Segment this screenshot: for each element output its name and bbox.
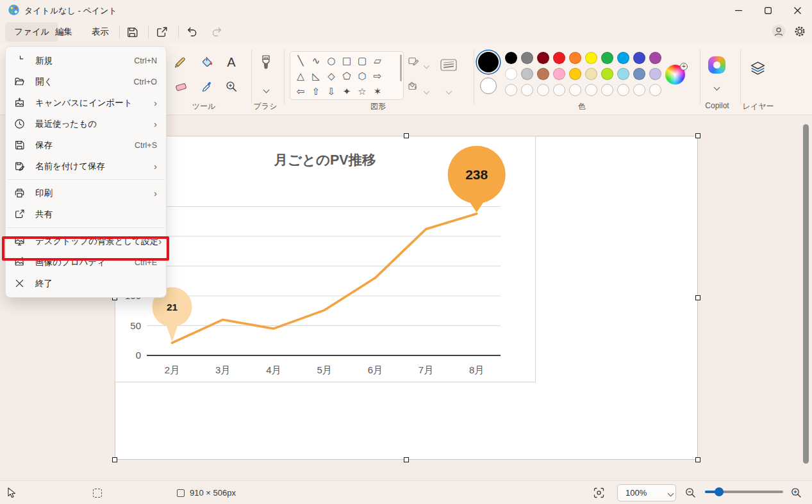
shape-rectangle[interactable]: □: [339, 53, 354, 69]
palette-empty-slot[interactable]: [553, 84, 565, 96]
palette-color-#99d9ea[interactable]: [617, 68, 629, 80]
eraser-tool-icon[interactable]: [172, 77, 191, 96]
brush-tool-icon[interactable]: [256, 53, 276, 78]
text-tool-icon[interactable]: A: [222, 53, 241, 72]
palette-color-#880015[interactable]: [537, 52, 549, 64]
palette-color-#efe4b0[interactable]: [585, 68, 597, 80]
shape-lightning[interactable]: ↯: [354, 99, 370, 100]
shape-right-triangle[interactable]: ◺: [308, 69, 324, 84]
magnifier-tool-icon[interactable]: [222, 77, 241, 96]
shapes-gallery[interactable]: ╲∿○□▢▱△◺◇⬠⬡⇨⇦⇧⇩✦☆✶▭⬭☁♡↯: [290, 51, 404, 100]
shape-arrow-down[interactable]: ⇩: [324, 84, 339, 99]
palette-color-#00a2e8[interactable]: [617, 52, 629, 64]
palette-empty-slot[interactable]: [617, 84, 629, 96]
selection-handle[interactable]: [112, 457, 117, 462]
palette-color-#7f7f7f[interactable]: [521, 52, 533, 64]
selection-handle[interactable]: [695, 133, 700, 138]
shape-arrow-right[interactable]: ⇨: [370, 69, 385, 84]
selection-handle[interactable]: [695, 457, 700, 462]
shape-rounded-rectangle[interactable]: ▢: [354, 53, 370, 69]
palette-color-#ffaec9[interactable]: [553, 68, 565, 80]
menu-item-print[interactable]: 印刷›: [6, 183, 166, 204]
line-width-icon[interactable]: [440, 58, 458, 76]
palette-color-#fff200[interactable]: [585, 52, 597, 64]
menu-item-save[interactable]: 保存Ctrl+S: [6, 134, 166, 156]
zoom-slider[interactable]: [705, 491, 783, 493]
shape-fill-icon[interactable]: [408, 81, 419, 95]
scrollbar-thumb[interactable]: [803, 124, 809, 464]
shape-speech-oval[interactable]: ⬭: [308, 99, 324, 100]
shape-pentagon[interactable]: ⬠: [339, 69, 354, 84]
palette-color-#c8bfe7[interactable]: [649, 68, 661, 80]
shape-star-5[interactable]: ☆: [354, 84, 370, 99]
shape-star-4[interactable]: ✦: [339, 84, 354, 99]
palette-color-#7092be[interactable]: [633, 68, 645, 80]
palette-empty-slot[interactable]: [633, 84, 645, 96]
fill-tool-icon[interactable]: [197, 53, 217, 72]
palette-color-#c3c3c3[interactable]: [521, 68, 533, 80]
settings-gear-icon[interactable]: [792, 24, 808, 38]
shape-heart[interactable]: ♡: [339, 99, 354, 100]
minimize-button[interactable]: [724, 0, 753, 20]
palette-color-#22b14c[interactable]: [601, 52, 613, 64]
zoom-slider-thumb[interactable]: [715, 487, 724, 496]
zoom-level-dropdown[interactable]: 100%: [617, 484, 676, 501]
account-icon[interactable]: [771, 24, 786, 38]
shape-speech-rectangle[interactable]: ▭: [293, 99, 308, 100]
copilot-icon[interactable]: [708, 56, 725, 74]
pasted-chart-image[interactable]: 0501001502002502月3月4月5月6月7月8月月ごとのPV推移212…: [115, 136, 536, 382]
zoom-in-icon[interactable]: [790, 481, 802, 504]
palette-color-#a349a4[interactable]: [649, 52, 661, 64]
screen-fit-icon[interactable]: [593, 481, 605, 504]
color-picker-icon[interactable]: [197, 77, 217, 96]
color1-swatch[interactable]: [478, 52, 499, 72]
menu-item-new[interactable]: M4.5 1.6 h4.5 L13 5.6 V13.3 a1 1 0 0 1-1…: [6, 50, 166, 71]
menu-view[interactable]: 表示: [83, 22, 118, 42]
shape-triangle[interactable]: △: [293, 69, 308, 84]
copilot-chevron-icon[interactable]: [714, 85, 720, 91]
palette-color-#ffc90e[interactable]: [569, 68, 581, 80]
shape-polygon[interactable]: ▱: [370, 53, 385, 69]
shapes-scrollbar[interactable]: [400, 54, 402, 81]
palette-empty-slot[interactable]: [649, 84, 661, 96]
palette-empty-slot[interactable]: [601, 84, 613, 96]
shape-outline-icon[interactable]: [408, 55, 419, 69]
pencil-tool-icon[interactable]: [170, 53, 189, 72]
shape-curve[interactable]: ∿: [308, 53, 324, 69]
shape-speech-cloud[interactable]: ☁: [324, 99, 339, 100]
shape-hexagon[interactable]: ⬡: [354, 69, 370, 84]
palette-empty-slot[interactable]: [521, 84, 533, 96]
palette-color-#ff7f27[interactable]: [569, 52, 581, 64]
shape-fill-chevron-icon[interactable]: [424, 88, 430, 95]
zoom-out-icon[interactable]: [684, 481, 697, 504]
palette-color-#3f48cc[interactable]: [633, 52, 645, 64]
share-icon[interactable]: [154, 25, 169, 39]
selection-handle[interactable]: [404, 457, 409, 462]
menu-item-recent[interactable]: 最近使ったもの›: [6, 113, 166, 134]
shape-arrow-up[interactable]: ⇧: [308, 84, 324, 99]
color2-swatch[interactable]: [480, 77, 497, 94]
save-icon[interactable]: [124, 25, 140, 39]
shape-diamond[interactable]: ◇: [324, 69, 339, 84]
palette-color-#ed1c24[interactable]: [553, 52, 565, 64]
palette-empty-slot[interactable]: [569, 84, 581, 96]
redo-icon[interactable]: [210, 25, 225, 39]
palette-color-#b5e61d[interactable]: [601, 68, 613, 80]
menu-edit[interactable]: 編集: [46, 22, 81, 42]
layers-icon[interactable]: [749, 60, 766, 79]
menu-item-import-to-canvas[interactable]: キャンバスにインポート›: [6, 92, 166, 113]
undo-icon[interactable]: [184, 25, 199, 39]
selection-handle[interactable]: [695, 295, 700, 300]
shape-oval[interactable]: ○: [324, 53, 339, 69]
shape-star-6[interactable]: ✶: [370, 84, 385, 99]
vertical-scrollbar[interactable]: [802, 116, 810, 478]
maximize-button[interactable]: [753, 0, 783, 20]
palette-empty-slot[interactable]: [585, 84, 597, 96]
menu-item-exit[interactable]: 終了: [6, 273, 166, 294]
palette-color-#000000[interactable]: [505, 52, 517, 64]
palette-empty-slot[interactable]: [505, 84, 517, 96]
shape-line[interactable]: ╲: [293, 53, 308, 69]
shape-outline-chevron-icon[interactable]: [424, 63, 430, 69]
shape-arrow-left[interactable]: ⇦: [293, 84, 308, 99]
line-width-chevron-icon[interactable]: [446, 88, 452, 95]
